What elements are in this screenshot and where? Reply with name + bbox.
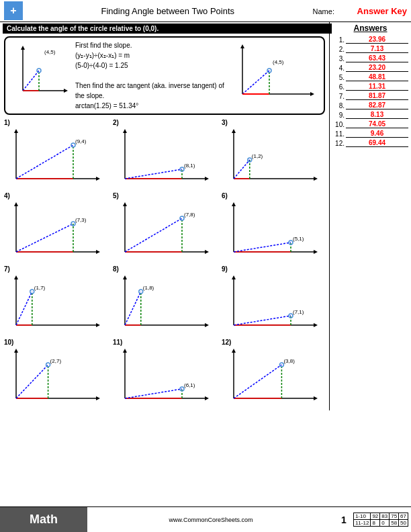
svg-text:(2,7): (2,7) [50,358,62,364]
answer-item-3: 3.63.43 [332,54,408,62]
svg-marker-110 [205,396,209,400]
left-content: Calculate the angle of the circle relati… [0,22,329,410]
answer-value: 63.43 [346,54,408,62]
answer-num: 9. [332,112,345,119]
answer-num: 11. [332,130,345,138]
answer-item-11: 11.9.46 [332,130,408,138]
svg-marker-101 [96,396,100,400]
answer-item-12: 12.69.44 [332,139,408,147]
problem-graph-container: (7,8) [113,200,216,261]
answer-num: 5. [332,74,345,81]
example-formula2: (5-0)÷(4-0) = 1.25 [75,60,227,71]
svg-marker-56 [205,250,209,254]
right-panel: Answers 1.23.962.7.133.63.434.23.205.48.… [329,22,411,410]
svg-marker-10 [240,44,244,48]
example-text: First find the slope. (y₂-y₁)÷(x₂-x₁) = … [75,40,227,111]
example-step1: First find the slope. [75,40,227,50]
answer-value: 9.46 [346,130,408,138]
problem-2: 2)(8,1) [111,118,218,189]
svg-marker-37 [232,129,236,133]
svg-marker-92 [314,323,318,327]
svg-marker-64 [232,202,236,206]
problem-graph-container: (3,8) [222,346,325,408]
answer-value: 7.13 [346,45,408,53]
problem-label: 8) [113,265,216,273]
problem-graph: (1,8) [113,273,210,333]
example-step2: Then find the arc tangent (aka. inverse … [75,81,227,101]
answer-key-label: Answer Key [357,6,407,16]
problem-graph-container: (5,1) [222,200,325,261]
svg-marker-118 [232,349,236,353]
answer-item-4: 4.23.20 [332,64,408,72]
svg-marker-82 [123,275,127,279]
problem-graph-container: (9,4) [4,126,107,188]
problem-graph-container: (1,7) [4,273,107,335]
svg-text:(7,1): (7,1) [293,309,304,315]
svg-marker-100 [14,349,18,353]
svg-line-77 [16,292,32,325]
svg-line-59 [125,218,182,252]
answer-value: 82.87 [346,101,408,109]
svg-marker-29 [205,177,209,181]
problem-label: 5) [113,192,216,200]
svg-marker-19 [14,129,18,133]
problem-label: 1) [4,119,107,126]
svg-line-23 [16,145,73,179]
svg-text:(8,1): (8,1) [184,163,195,169]
problem-3: 3)(1,2) [220,118,326,189]
svg-marker-109 [123,349,127,353]
scores1-label: 1-10 [353,513,370,520]
problem-graph: (8,1) [113,126,210,187]
answer-item-6: 6.11.31 [332,83,408,91]
problem-10: 10)(2,7) [3,337,109,409]
svg-line-86 [125,292,141,325]
answer-num: 8. [332,102,345,109]
problem-graph: (2,7) [4,346,101,406]
header: + Finding Angle between Two Points Name:… [0,0,411,22]
example-graph-left: (4,5) [9,40,70,101]
svg-marker-119 [314,396,318,400]
problem-graph-container: (1,2) [222,126,325,188]
problem-label: 10) [4,339,107,346]
svg-marker-65 [314,250,318,254]
svg-line-32 [125,169,182,179]
svg-marker-20 [96,177,100,181]
problem-label: 11) [113,339,216,346]
answers-list: 1.23.962.7.133.63.434.23.205.48.816.11.3… [332,36,408,147]
problem-graph: (7,1) [222,273,319,333]
footer-page-number: 1 [334,515,353,525]
answer-num: 6. [332,83,345,91]
answer-value: 74.05 [346,120,408,128]
answer-item-7: 7.81.87 [332,92,408,100]
problem-label: 9) [222,265,325,273]
footer-scores: 1-10 92 83 75 67 11-12 8 0 58 50 [353,513,411,527]
problem-6: 6)(5,1) [220,191,326,263]
scores-table: 1-10 92 83 75 67 11-12 8 0 58 50 [353,513,408,527]
svg-line-13 [242,71,269,94]
problem-4: 4)(7,3) [3,191,109,263]
problem-11: 11)(6,1) [111,337,218,409]
problem-graph: (1,2) [222,126,319,187]
problem-graph-container: (1,8) [113,273,216,335]
footer: Math www.CommonCoreSheets.com 1 1-10 92 … [0,506,411,532]
answer-value: 48.81 [346,73,408,81]
instruction-bar: Calculate the angle of the circle relati… [3,24,332,34]
svg-marker-2 [21,46,25,50]
answer-num: 4. [332,64,345,72]
answer-item-8: 8.82.87 [332,101,408,109]
svg-line-41 [234,160,250,179]
footer-website: www.CommonCoreSheets.com [87,517,334,523]
problem-label: 7) [4,265,107,273]
svg-line-50 [16,224,73,252]
svg-line-113 [125,389,182,398]
logo: + [4,1,23,20]
page-title: Finding Angle between Two Points [23,6,313,16]
answer-value: 69.44 [346,139,408,147]
main-content: Calculate the angle of the circle relati… [0,22,411,410]
svg-marker-28 [123,129,127,133]
problem-graph: (7,3) [4,200,101,260]
problem-graph: (5,1) [222,200,319,260]
answer-num: 1. [332,36,345,44]
svg-marker-46 [14,202,18,206]
svg-text:(9,4): (9,4) [75,138,87,144]
